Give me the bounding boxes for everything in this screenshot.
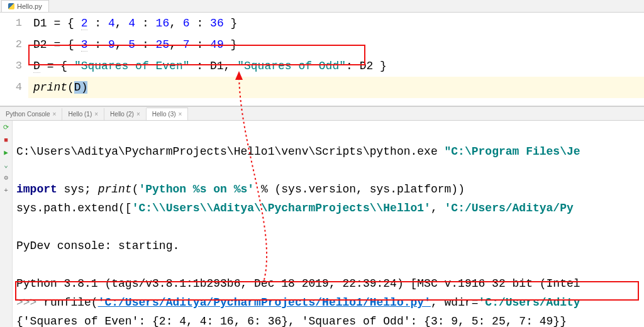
tab-hello-2[interactable]: Hello (2)× [104, 108, 147, 120]
python-file-icon [8, 3, 14, 9]
run-icon[interactable]: ▶ [2, 148, 11, 157]
console-link[interactable]: 'C:/Users/Aditya/PycharmProjects/Hello1/… [98, 296, 431, 309]
console-text: , [431, 202, 445, 214]
add-icon[interactable]: + [2, 186, 11, 195]
console-text: 'C:/Users/Aditya/Py [445, 202, 574, 214]
console-text: PyDev console: starting. [16, 240, 179, 252]
console-prompt: >>> [16, 296, 43, 309]
stop-icon[interactable]: ■ [2, 136, 11, 145]
rerun-icon[interactable]: ⟳ [2, 123, 11, 132]
console-pane: ⟳ ■ ▶ ⌄ ⚙ + C:\Users\Aditya\PycharmProje… [0, 121, 644, 327]
line-number: 1 [0, 13, 22, 34]
line-number: 3 [0, 55, 22, 77]
console-text: runfile( [43, 296, 97, 309]
console-text: 'C:\\Users\\Aditya\\PycharmProjects\\Hel… [132, 202, 431, 214]
console-text: print [98, 183, 132, 196]
editor-tab-label: Hello.py [17, 3, 42, 10]
code-line-4: print(D) [28, 77, 644, 98]
console-tab-bar: Python Console× Hello (1)× Hello (2)× He… [0, 107, 644, 121]
console-output[interactable]: C:\Users\Aditya\PycharmProjects\Hello1\v… [13, 121, 644, 327]
code-area[interactable]: D1 = { 2 : 4, 4 : 16, 6 : 36 } D2 = { 3 … [28, 13, 644, 106]
close-icon[interactable]: × [53, 111, 57, 118]
close-icon[interactable]: × [136, 111, 140, 118]
code-line-1: D1 = { 2 : 4, 4 : 16, 6 : 36 } [28, 13, 644, 34]
console-text: 'Python %s on %s' [138, 183, 254, 196]
console-text: sys; [57, 183, 98, 196]
console-toolbar: ⟳ ■ ▶ ⌄ ⚙ + [0, 121, 13, 327]
debug-icon[interactable]: ⌄ [2, 161, 11, 170]
tab-python-console[interactable]: Python Console× [0, 108, 62, 120]
console-text: "C:\Program Files\Je [445, 145, 580, 158]
code-line-3: D = { "Squares of Even" : D1, "Squares o… [28, 55, 644, 77]
console-text: , wdir= [431, 296, 479, 309]
console-output-result: {'Squares of Even': {2: 4, 4: 16, 6: 36}… [16, 315, 567, 327]
settings-icon[interactable]: ⚙ [2, 174, 11, 182]
tab-hello-1[interactable]: Hello (1)× [62, 108, 104, 120]
close-icon[interactable]: × [94, 111, 98, 118]
editor-tab-bar: Hello.py [0, 0, 644, 13]
code-editor[interactable]: 1 2 3 4 D1 = { 2 : 4, 4 : 16, 6 : 36 } D… [0, 13, 644, 106]
close-icon[interactable]: × [179, 111, 182, 118]
line-number: 4 [0, 77, 22, 98]
console-text: Python 3.8.1 (tags/v3.8.1:1b293b6, Dec 1… [16, 277, 580, 290]
code-line-2: D2 = { 3 : 9, 5 : 25, 7 : 49 } [28, 34, 644, 55]
editor-tab-hello[interactable]: Hello.py [1, 0, 49, 12]
line-number-gutter: 1 2 3 4 [0, 13, 28, 106]
console-text: import [16, 183, 57, 196]
console-text: sys.path.extend([ [16, 202, 132, 214]
console-text: 'C:/Users/Adity [479, 296, 580, 309]
console-text: ( [132, 183, 139, 196]
console-text: C:\Users\Aditya\PycharmProjects\Hello1\v… [16, 145, 445, 158]
line-number: 2 [0, 34, 22, 55]
tab-hello-3[interactable]: Hello (3)× [147, 108, 189, 120]
console-text: % (sys.version, sys.platform)) [254, 183, 465, 196]
